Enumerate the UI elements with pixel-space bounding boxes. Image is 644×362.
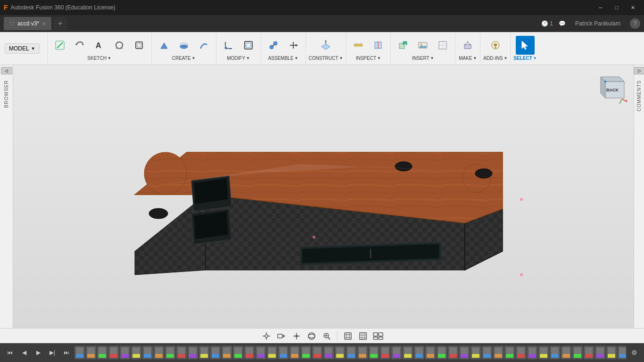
maximize-button[interactable]: □ (609, 1, 624, 14)
timeline-item[interactable] (176, 346, 187, 359)
timeline-settings-button[interactable]: ⚙ (628, 346, 640, 359)
motion-button[interactable] (284, 36, 303, 55)
new-tab-button[interactable]: + (53, 17, 67, 30)
insert-button[interactable] (394, 36, 413, 55)
construct-label[interactable]: CONSTRUCT ▼ (309, 56, 343, 61)
zoom-button[interactable] (320, 330, 333, 342)
timeline-item[interactable] (97, 346, 107, 359)
timeline-item[interactable] (606, 346, 617, 359)
tab-close-button[interactable]: ✕ (42, 21, 46, 26)
comments-toggle[interactable]: ◁ (634, 67, 644, 74)
timeline-item[interactable] (584, 346, 594, 359)
fillet-button[interactable] (219, 36, 238, 55)
timeline-next-button[interactable]: ▶| (46, 346, 58, 359)
timeline-item[interactable] (561, 346, 571, 359)
timeline-item[interactable] (86, 346, 96, 359)
timeline-item[interactable] (403, 346, 413, 359)
timeline-item[interactable] (244, 346, 255, 359)
section-button[interactable] (369, 36, 388, 55)
sweep-button[interactable] (194, 36, 213, 55)
timeline-item[interactable] (471, 346, 481, 359)
timeline-item[interactable] (504, 346, 515, 359)
timeline-item[interactable] (256, 346, 266, 359)
pivot-button[interactable] (260, 330, 273, 342)
timeline-item[interactable] (527, 346, 537, 359)
timeline-item[interactable] (572, 346, 583, 359)
image-button[interactable] (413, 36, 432, 55)
sketch-label[interactable]: SKETCH ▼ (87, 56, 111, 61)
view-options-button[interactable] (372, 330, 385, 342)
timeline-prev-button[interactable]: ◀ (18, 346, 30, 359)
close-button[interactable]: ✕ (625, 1, 640, 14)
insert-label[interactable]: INSERT ▼ (412, 56, 434, 61)
timeline-item[interactable] (380, 346, 390, 359)
timeline-item[interactable] (154, 346, 164, 359)
timeline-item[interactable] (482, 346, 492, 359)
timeline-item[interactable] (391, 346, 402, 359)
timeline-item[interactable] (278, 346, 289, 359)
arc-button[interactable] (110, 36, 129, 55)
timeline-item[interactable] (346, 346, 356, 359)
tab-accd[interactable]: 🛡 accd v3* ✕ (4, 17, 51, 30)
timeline-item[interactable] (357, 346, 368, 359)
view-cube[interactable]: BACK X (591, 70, 629, 107)
shell-button[interactable] (239, 36, 258, 55)
timeline-item[interactable] (165, 346, 175, 359)
timeline-item[interactable] (210, 346, 221, 359)
addins-button[interactable] (486, 36, 505, 55)
offset-button[interactable] (130, 36, 149, 55)
orbit-button[interactable] (305, 330, 318, 342)
select-label[interactable]: SELECT ▼ (513, 56, 537, 61)
timeline-start-button[interactable]: ⏮ (4, 346, 16, 359)
timeline-item[interactable] (142, 346, 153, 359)
text-button[interactable]: A (90, 36, 109, 55)
extrude-button[interactable] (155, 36, 173, 55)
revolve-button[interactable] (174, 36, 193, 55)
timeline-item[interactable] (538, 346, 549, 359)
timeline-item[interactable] (550, 346, 560, 359)
inspect-label[interactable]: INSPECT ▼ (356, 56, 381, 61)
timeline-item[interactable] (493, 346, 504, 359)
timeline-item[interactable] (437, 346, 447, 359)
chat-button[interactable]: 💬 (559, 20, 566, 27)
undo-button[interactable] (70, 36, 89, 55)
timeline-item[interactable] (289, 346, 300, 359)
display-mode-button[interactable] (341, 330, 355, 342)
timeline-item[interactable] (74, 346, 85, 359)
canvas-button[interactable] (433, 36, 452, 55)
timeline-item[interactable] (516, 346, 526, 359)
timeline-item[interactable] (301, 346, 311, 359)
timeline-item[interactable] (618, 346, 626, 359)
timeline-end-button[interactable]: ⏭ (60, 346, 73, 359)
construct-plane-button[interactable] (316, 36, 335, 55)
timeline-item[interactable] (199, 346, 209, 359)
timeline-item[interactable] (267, 346, 277, 359)
timeline-item[interactable] (131, 346, 141, 359)
assemble-label[interactable]: ASSEMBLE ▼ (268, 56, 298, 61)
sketch-button[interactable] (50, 36, 69, 55)
timeline-item[interactable] (425, 346, 436, 359)
pan-button[interactable] (290, 330, 303, 342)
timeline-play-button[interactable]: ▶ (32, 346, 44, 359)
browser-toggle[interactable]: ◁ (1, 67, 12, 74)
timeline-item[interactable] (120, 346, 130, 359)
timeline-item[interactable] (414, 346, 424, 359)
grid-button[interactable] (356, 330, 370, 342)
addins-label[interactable]: ADD-INS ▼ (483, 56, 507, 61)
timeline-item[interactable] (108, 346, 119, 359)
select-button[interactable] (516, 36, 535, 55)
model-dropdown[interactable]: MODEL ▼ (5, 43, 40, 54)
minimize-button[interactable]: ─ (593, 1, 608, 14)
make-button[interactable] (458, 36, 477, 55)
timeline-item[interactable] (448, 346, 458, 359)
timeline-item[interactable] (335, 346, 345, 359)
timeline-item[interactable] (323, 346, 334, 359)
timeline-item[interactable] (188, 346, 198, 359)
help-button[interactable]: ? (630, 18, 640, 29)
measure-button[interactable] (349, 36, 368, 55)
timeline-item[interactable] (233, 346, 243, 359)
make-label[interactable]: MAKE ▼ (459, 56, 477, 61)
modify-label[interactable]: MODIFY ▼ (227, 56, 250, 61)
record-button[interactable] (275, 330, 288, 342)
viewport[interactable]: BACK X (13, 65, 634, 328)
